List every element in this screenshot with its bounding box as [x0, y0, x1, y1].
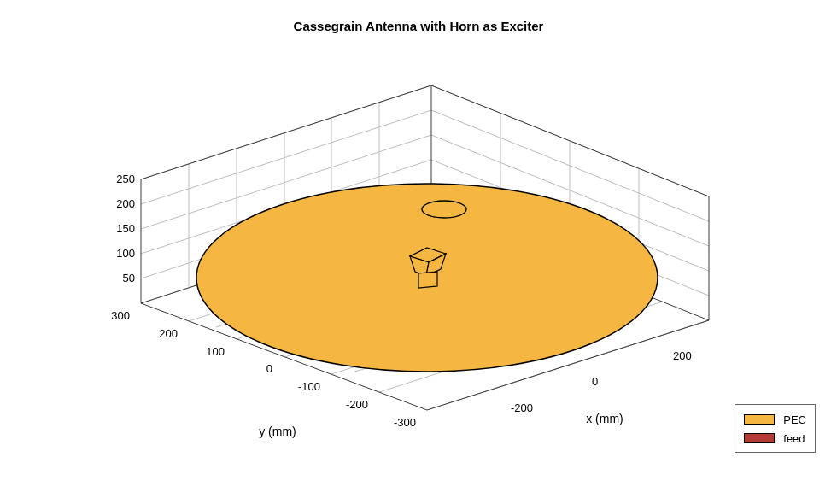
legend-swatch-pec [744, 414, 775, 425]
z-tick-4: 250 [116, 173, 135, 185]
y-axis-label: y (mm) [259, 425, 296, 438]
x-tick-2: 200 [673, 349, 692, 362]
y-tick-1: -200 [346, 398, 368, 411]
svg-marker-34 [418, 272, 437, 288]
plot-title: Cassegrain Antenna with Horn as Exciter [0, 19, 837, 33]
x-tick-0: -200 [511, 401, 533, 414]
legend[interactable]: PEC feed [735, 404, 816, 453]
y-tick-2: -100 [298, 380, 320, 393]
legend-swatch-feed [744, 433, 775, 443]
y-tick-4: 100 [206, 345, 225, 358]
axes-3d[interactable]: 50 100 150 200 250 z (mm) 300 200 100 0 … [102, 47, 735, 440]
z-tick-2: 150 [116, 222, 135, 235]
legend-label-pec: PEC [783, 413, 806, 426]
z-axis-ticks: 50 100 150 200 250 [116, 173, 135, 284]
z-tick-3: 200 [116, 197, 135, 210]
z-tick-0: 50 [123, 272, 135, 284]
z-tick-1: 100 [116, 247, 135, 260]
x-tick-1: 0 [592, 375, 598, 388]
legend-label-feed: feed [783, 432, 805, 445]
y-tick-3: 0 [266, 362, 272, 375]
legend-item-pec[interactable]: PEC [744, 410, 806, 429]
axes-svg: 50 100 150 200 250 z (mm) 300 200 100 0 … [102, 47, 735, 440]
y-tick-5: 200 [159, 327, 178, 340]
y-tick-6: 300 [111, 309, 130, 322]
x-axis-label: x (mm) [586, 412, 623, 425]
legend-item-feed[interactable]: feed [744, 429, 806, 448]
figure: Cassegrain Antenna with Horn as Exciter [0, 0, 837, 504]
sub-reflector [422, 201, 466, 218]
y-tick-0: -300 [394, 416, 416, 429]
